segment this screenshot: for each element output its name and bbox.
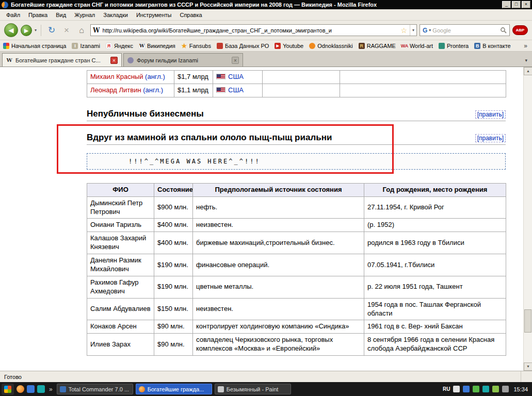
table-cell: $90 млн. (154, 320, 193, 334)
table-row: Михаил Красный (англ.) $1,7 млрд США (87, 71, 506, 84)
search-engine-dropdown-icon[interactable]: ▾ (429, 28, 431, 32)
scroll-down-icon[interactable]: ▼ (524, 362, 532, 371)
menu-bookmarks[interactable]: Закладки (99, 10, 132, 20)
google-engine-icon[interactable]: G (423, 27, 427, 34)
list-all-tabs-icon[interactable]: ▾ (522, 57, 530, 64)
menu-file[interactable]: Файл (2, 10, 24, 20)
url-input[interactable] (103, 27, 398, 34)
bookmark-ro-database[interactable]: База Данных РО (217, 43, 269, 49)
wikipedia-favicon-icon: W (6, 57, 12, 63)
bookmark-raggame[interactable]: RRAGGAME (359, 43, 396, 49)
bookmark-fansubs[interactable]: ★Fansubs (181, 43, 211, 49)
red-annotation-rectangle (57, 124, 394, 174)
bookmark-odnoklassniki[interactable]: Odnoklassniki (309, 43, 352, 49)
empty-cell (263, 71, 340, 84)
edit-section-link[interactable]: [править] (475, 134, 506, 142)
tab-close-icon[interactable]: × (110, 57, 118, 64)
menu-help[interactable]: Справка (175, 10, 206, 20)
minimize-button[interactable]: _ (502, 1, 511, 8)
close-button[interactable]: × (522, 1, 530, 8)
bookmark-star-icon[interactable]: ☆ (400, 26, 407, 35)
table-cell: $90 млн. (154, 334, 193, 356)
odnoklassniki-icon (309, 43, 315, 49)
url-dropdown-icon[interactable]: ▾ (410, 25, 414, 36)
bookmarks-toolbar: Начальная страница IIzanami ЯЯндекс WВик… (0, 40, 532, 52)
table-cell: $900 млн. (154, 196, 193, 219)
raggame-icon: R (359, 43, 365, 49)
country-link[interactable]: США (228, 73, 244, 80)
table-cell: Рахимов Гафур Ахмедович (87, 276, 154, 298)
search-magnifier-icon[interactable] (500, 27, 507, 34)
person-link[interactable]: Леонард Литвин (90, 86, 141, 94)
table-cell: Калашов Захарий Князевич (87, 232, 154, 254)
taskbar-button-paint[interactable]: Безымянный - Paint (215, 384, 291, 394)
bookmark-label: Odnoklassniki (317, 43, 352, 49)
adblock-plus-icon[interactable]: ABP (512, 25, 528, 35)
taskbar-button-total-commander[interactable]: Total Commander 7.0 ... (57, 384, 133, 394)
tray-icon[interactable] (502, 386, 509, 392)
menu-edit[interactable]: Правка (24, 10, 52, 20)
table-cell: Ониани Таризль (87, 219, 154, 232)
taskbar-button-label: Богатейшие гражда... (148, 386, 204, 392)
total-commander-icon (60, 386, 66, 392)
ro-database-icon (217, 43, 223, 49)
quick-launch-icon[interactable] (37, 385, 45, 393)
windows-taskbar: » Total Commander 7.0 ... Богатейшие гра… (0, 382, 532, 396)
search-input[interactable] (432, 27, 498, 34)
home-button[interactable]: ⌂ (75, 26, 88, 35)
table-cell: нефть. (193, 196, 364, 219)
vertical-scrollbar[interactable]: ▲ ▼ (523, 67, 532, 371)
tray-icon[interactable] (453, 386, 460, 392)
tray-icon[interactable] (492, 386, 499, 392)
taskbar-button-firefox[interactable]: Богатейшие гражда... (136, 384, 212, 394)
menu-view[interactable]: Вид (52, 10, 70, 20)
bookmarks-overflow-chevron-icon[interactable]: » (522, 42, 529, 50)
edit-section-link[interactable]: [править] (475, 110, 506, 119)
tab-label: Богатейшие граждане стран С... (15, 57, 107, 63)
back-button[interactable]: ◀ (4, 23, 18, 37)
menu-history[interactable]: Журнал (70, 10, 99, 20)
bookmark-izanami[interactable]: IIzanami (72, 43, 100, 49)
lang-link[interactable]: (англ.) (145, 73, 165, 80)
start-button[interactable] (2, 384, 14, 395)
toolbar-separator (41, 25, 41, 36)
table-row: Ониани Таризль $400 млн. неизвестен. (р.… (87, 219, 506, 232)
lang-link[interactable]: (англ.) (143, 86, 163, 94)
tab-wikipedia-article[interactable]: W Богатейшие граждане стран С... × (2, 53, 122, 67)
tray-icon[interactable] (482, 386, 489, 392)
tray-icon[interactable] (463, 386, 470, 392)
tray-icon[interactable] (473, 386, 479, 392)
forum-favicon-icon (127, 57, 134, 63)
bookmark-label: Youtube (283, 43, 303, 49)
reload-button[interactable]: ↻ (45, 25, 58, 36)
bookmark-yandex[interactable]: ЯЯндекс (106, 43, 133, 49)
quick-launch-overflow-chevron-icon[interactable]: » (47, 386, 54, 393)
person-link[interactable]: Михаил Красный (90, 73, 143, 80)
bookmark-youtube[interactable]: ▶Youtube (275, 43, 303, 49)
table-row: Конаков Арсен $90 млн. контролирует холд… (87, 320, 506, 334)
menu-tools[interactable]: Инструменты (132, 10, 176, 20)
stop-button[interactable]: × (60, 25, 73, 36)
bookmark-vkontakte[interactable]: ВВ контакте (474, 43, 511, 49)
tab-close-icon[interactable]: × (232, 57, 239, 64)
maximize-button[interactable]: □ (512, 1, 521, 8)
bookmark-label: Izanami (80, 43, 100, 49)
table-row: Илиев Зарах $90 млн. совладелец Черкизов… (87, 334, 506, 356)
world-art-icon: WA (401, 43, 408, 49)
language-indicator[interactable]: RU (443, 386, 450, 392)
bookmark-wikipedia[interactable]: WВикипедия (139, 43, 175, 49)
scroll-up-icon[interactable]: ▲ (524, 67, 532, 75)
scrollbar-thumb[interactable] (524, 309, 531, 333)
table-cell: Конаков Арсен (87, 320, 154, 334)
bookmark-prontera[interactable]: Prontera (439, 43, 469, 49)
browser-content: Михаил Красный (англ.) $1,7 млрд США Лео… (0, 67, 532, 371)
forward-button[interactable]: ▶ (21, 25, 32, 36)
quick-launch-firefox-icon[interactable] (17, 385, 24, 393)
tab-izanami-forum[interactable]: Форум гильдии Izanami × (123, 53, 243, 67)
history-dropdown-icon[interactable]: ▾ (35, 28, 37, 32)
bookmark-world-art[interactable]: WAWorld-art (401, 43, 433, 49)
bookmark-home-page[interactable]: Начальная страница (3, 43, 66, 49)
quick-launch-show-desktop-icon[interactable] (27, 385, 35, 393)
country-link[interactable]: США (228, 86, 244, 94)
wikipedia-icon: W (139, 43, 145, 49)
